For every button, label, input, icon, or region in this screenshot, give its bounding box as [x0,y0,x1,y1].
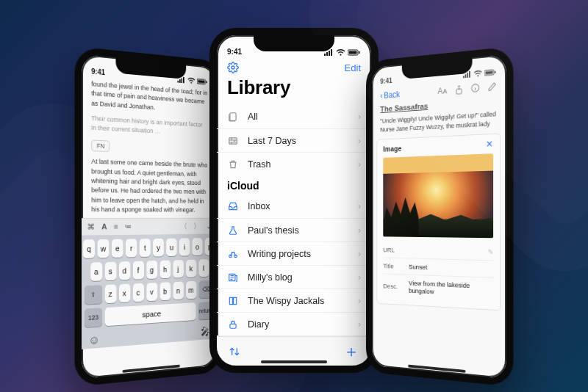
smart-row[interactable]: All› [217,105,371,128]
key-space[interactable]: space [105,302,196,326]
key-n[interactable]: n [173,281,183,300]
key-s[interactable]: s [104,261,116,280]
status-time: 9:41 [227,48,242,56]
svg-rect-27 [467,73,468,78]
key-y[interactable]: y [153,238,164,256]
svg-rect-2 [182,78,183,83]
smart-row[interactable]: Last 7 Days› [217,128,371,152]
compose-button[interactable] [488,81,497,92]
row-label: The Wispy Jackals [248,296,349,306]
chevron-right-icon: › [358,225,361,236]
key-t[interactable]: t [140,239,151,257]
battery-icon [348,49,361,56]
nav-left-icon[interactable]: 〈 [181,221,187,231]
key-m[interactable]: m [186,280,196,299]
svg-rect-30 [484,70,494,76]
section-title-icloud: iCloud [217,175,371,195]
nav-bar: Edit [217,57,371,75]
flask-icon [227,225,239,236]
url-field[interactable] [409,250,481,252]
edit-url-icon[interactable]: ✎ [488,248,493,256]
key-h[interactable]: h [159,260,171,278]
key-e[interactable]: e [112,239,123,257]
bold-icon[interactable]: A [101,222,107,231]
status-bar: 9:41 [372,54,506,87]
cloud-row[interactable]: The Wispy Jackals› [217,288,371,312]
image-preview[interactable] [383,153,493,238]
key-j[interactable]: j [173,260,183,278]
key-k[interactable]: k [186,259,196,277]
svg-rect-31 [485,71,492,75]
desc-field[interactable]: View from the lakeside bungalow [409,279,493,298]
row-label: Writing projects [248,249,349,259]
back-button[interactable]: ‹ Back [380,90,400,101]
desc-field-label: Desc. [383,282,402,290]
settings-button[interactable] [227,62,239,73]
footnote-pill[interactable]: FN [91,140,110,153]
inbox-icon [227,200,239,212]
edit-button[interactable]: Edit [345,62,361,73]
chevron-right-icon: › [358,112,361,122]
home-indicator[interactable] [408,365,465,373]
row-label: Last 7 Days [248,136,349,146]
key-a[interactable]: a [90,262,102,281]
home-indicator[interactable] [123,365,180,373]
cloud-row[interactable]: Inbox› [217,195,371,218]
key-l[interactable]: l [198,259,209,277]
key-u[interactable]: u [166,238,176,255]
key-z[interactable]: z [104,284,116,303]
nav-right-icon[interactable]: 〉 [193,221,200,231]
smart-row[interactable]: Trash› [217,152,371,175]
cloud-row[interactable]: Diary› [217,312,371,335]
key-x[interactable]: x [119,283,130,302]
svg-rect-10 [329,51,330,56]
title-field[interactable]: Sunset [409,263,493,273]
key-b[interactable]: b [159,282,171,300]
cloud-row[interactable]: Writing projects› [217,242,371,265]
key-o[interactable]: o [192,238,202,255]
chevron-right-icon: › [358,366,361,374]
svg-rect-1 [179,79,181,83]
share-button[interactable] [455,84,463,95]
battery-icon [484,69,497,76]
close-button[interactable]: ✕ [486,139,493,150]
svg-rect-3 [183,77,184,83]
key-q[interactable]: q [83,239,95,258]
key-v[interactable]: v [146,283,157,301]
editor-text[interactable]: found the jewel in the head of the toad;… [82,76,216,217]
key-123[interactable]: 123 [85,308,102,327]
row-label: Diary [248,319,349,330]
cloud-row[interactable]: Milly's blog› [217,265,371,288]
keyboard[interactable]: qwertyuiop asdfghjkl ⇧zxcvbnm⌫ 123spacer… [82,233,216,349]
key-d[interactable]: d [119,261,130,280]
add-button[interactable]: ＋ [343,341,359,363]
svg-rect-25 [463,76,465,78]
info-button[interactable] [471,83,480,93]
cloud-row[interactable]: Paul's thesis› [217,218,371,242]
svg-point-12 [340,54,341,56]
home-indicator[interactable] [261,360,327,363]
key-g[interactable]: g [146,261,157,279]
row-label: Trash [248,159,349,170]
list-icon[interactable]: ≡ [114,222,118,231]
title-field-label: Title [383,262,402,270]
appearance-button[interactable]: Aᴀ [437,86,447,96]
page-title: Library [217,75,371,105]
emoji-key[interactable]: ☺ [88,333,99,347]
heading-icon[interactable]: ⌘ [87,222,95,231]
indent-icon[interactable]: ≔ [125,222,132,231]
svg-rect-18 [229,137,237,143]
key-r[interactable]: r [126,239,137,257]
key-c[interactable]: c [132,283,143,301]
sort-button[interactable] [229,346,240,357]
svg-rect-15 [359,51,360,54]
image-panel: Image ✕ URL ✎ Title Sunset Desc. View fr… [376,134,501,311]
key-⇧[interactable]: ⇧ [84,285,101,305]
row-label: All [248,112,349,122]
panel-title: Image [383,144,401,153]
key-i[interactable]: i [179,238,190,255]
svg-rect-14 [349,51,357,54]
key-f[interactable]: f [132,261,143,279]
key-w[interactable]: w [98,239,110,258]
notch [402,57,473,79]
